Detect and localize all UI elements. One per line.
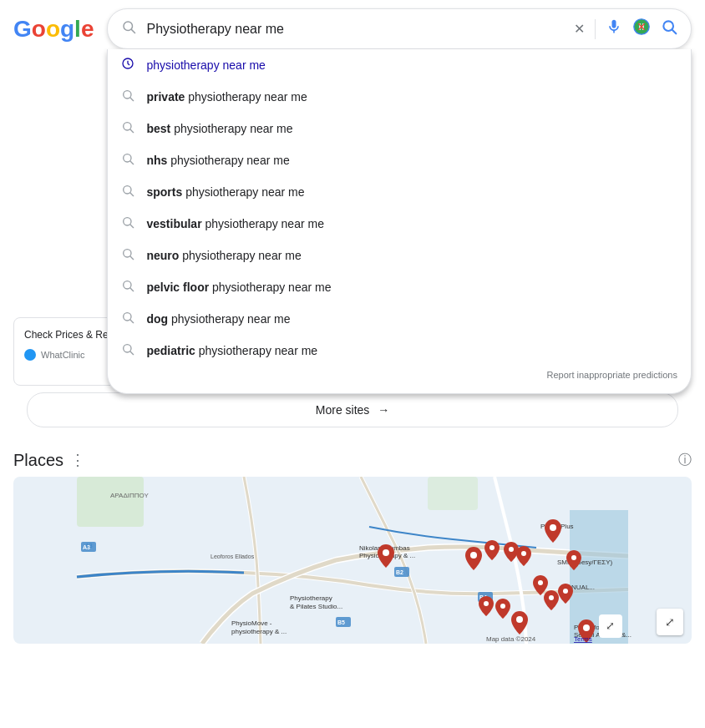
autocomplete-item-5[interactable]: vestibular physiotherapy near me: [108, 208, 691, 240]
logo-l: l: [74, 16, 81, 42]
map-expand-button[interactable]: ⤢: [657, 609, 683, 635]
svg-point-51: [470, 552, 477, 559]
svg-point-50: [383, 549, 389, 556]
svg-line-1: [132, 29, 135, 33]
logo-o1: o: [32, 16, 46, 42]
svg-line-13: [130, 193, 134, 196]
svg-text:physiotherapy & ...: physiotherapy & ...: [231, 628, 287, 635]
autocomplete-text-0: physiotherapy near me: [146, 58, 677, 72]
autocomplete-text-7: pelvic floor physiotherapy near me: [146, 281, 677, 294]
svg-text:B5: B5: [337, 619, 345, 625]
autocomplete-item-7[interactable]: pelvic floor physiotherapy near me: [108, 271, 691, 303]
google-logo: Google: [13, 16, 94, 43]
divider: [595, 19, 596, 39]
svg-text:& Pilates Studio...: & Pilates Studio...: [290, 603, 342, 610]
autocomplete-text-5: vestibular physiotherapy near me: [146, 217, 677, 230]
svg-point-60: [500, 604, 505, 609]
svg-text:ΑΡΑΔΙΠΠΟΥ: ΑΡΑΔΙΠΠΟΥ: [110, 492, 150, 499]
clear-icon[interactable]: ✕: [574, 21, 585, 37]
svg-text:B2: B2: [396, 569, 403, 575]
autocomplete-text-6: neuro physiotherapy near me: [146, 249, 677, 262]
svg-point-53: [509, 547, 514, 552]
logo-o2: o: [46, 16, 60, 42]
map-svg: ΑΡΑΔΙΠΠΟΥ Leoforos Ellados A3 A3 B2 B4 B…: [13, 477, 692, 644]
more-sites-label: More sites: [316, 403, 370, 417]
site-source-0: WhatClinic: [41, 350, 85, 360]
autocomplete-item-0[interactable]: physiotherapy near me: [108, 49, 691, 81]
places-info-icon[interactable]: ⓘ: [678, 452, 692, 469]
autocomplete-item-1[interactable]: private physiotherapy near me: [108, 81, 691, 113]
search-icon-3: [121, 152, 134, 169]
more-sites-button[interactable]: More sites →: [27, 392, 678, 427]
search-bar: ✕: [107, 8, 692, 49]
autocomplete-item-6[interactable]: neuro physiotherapy near me: [108, 240, 691, 271]
search-input[interactable]: [146, 22, 574, 37]
autocomplete-dropdown: physiotherapy near me private physiother…: [107, 49, 692, 394]
svg-text:SMR (Gesy/ΓΕΣΥ): SMR (Gesy/ΓΕΣΥ): [557, 559, 613, 566]
logo-e: e: [81, 16, 94, 42]
svg-point-62: [516, 616, 523, 623]
svg-rect-27: [428, 477, 478, 510]
map-container[interactable]: ΑΡΑΔΙΠΠΟΥ Leoforos Ellados A3 A3 B2 B4 B…: [13, 477, 692, 644]
report-predictions[interactable]: Report inappropriate predictions: [108, 367, 691, 387]
svg-point-54: [521, 551, 526, 556]
svg-point-57: [563, 589, 568, 594]
svg-line-17: [130, 256, 134, 260]
svg-line-21: [130, 320, 134, 323]
svg-line-19: [130, 288, 134, 291]
logo-g2: g: [60, 16, 74, 42]
svg-line-4: [672, 30, 677, 34]
svg-line-23: [130, 351, 134, 355]
search-icon-4: [121, 184, 134, 200]
svg-line-9: [130, 129, 134, 133]
svg-rect-26: [77, 477, 144, 527]
autocomplete-text-8: dog physiotherapy near me: [146, 312, 677, 326]
svg-point-52: [489, 545, 495, 550]
svg-line-15: [130, 225, 134, 228]
lens-icon[interactable]: [632, 18, 651, 40]
whatclinic-logo: [24, 349, 36, 361]
svg-text:⤢: ⤢: [606, 619, 615, 632]
search-icon-7: [121, 279, 134, 296]
more-sites-wrapper: More sites →: [13, 392, 692, 427]
autocomplete-item-8[interactable]: dog physiotherapy near me: [108, 303, 691, 335]
search-icon-1: [121, 88, 134, 105]
autocomplete-text-3: nhs physiotherapy near me: [146, 154, 677, 167]
svg-text:A3: A3: [83, 544, 90, 550]
search-icon-6: [121, 247, 134, 264]
autocomplete-text-9: pediatric physiotherapy near me: [146, 344, 677, 357]
search-icon-5: [121, 215, 134, 232]
svg-text:Map data ©2024: Map data ©2024: [486, 635, 536, 643]
mic-icon[interactable]: [606, 18, 622, 39]
svg-point-56: [571, 555, 576, 560]
autocomplete-text-4: sports physiotherapy near me: [146, 185, 677, 199]
svg-point-55: [550, 524, 556, 531]
svg-text:PhysioMove -: PhysioMove -: [231, 619, 272, 627]
svg-text:Leoforos Ellados: Leoforos Ellados: [210, 554, 255, 559]
places-title: Places: [13, 451, 63, 470]
search-button-icon[interactable]: [661, 18, 677, 39]
svg-line-7: [130, 98, 134, 101]
search-bar-icons: ✕: [574, 18, 677, 40]
autocomplete-item-4[interactable]: sports physiotherapy near me: [108, 176, 691, 208]
search-icon-8: [121, 311, 134, 327]
svg-line-11: [130, 161, 134, 164]
places-menu-dots[interactable]: ⋮: [70, 451, 85, 469]
svg-point-63: [583, 624, 590, 631]
places-header: Places ⋮ ⓘ: [0, 441, 705, 477]
svg-point-58: [538, 580, 543, 585]
more-sites-arrow: →: [378, 403, 389, 417]
svg-text:Physiotherapy: Physiotherapy: [290, 594, 332, 602]
logo-g1: G: [13, 16, 32, 42]
autocomplete-text-2: best physiotherapy near me: [146, 122, 677, 135]
autocomplete-item-9[interactable]: pediatric physiotherapy near me: [108, 335, 691, 367]
places-section: Places ⋮ ⓘ: [0, 441, 705, 644]
autocomplete-item-3[interactable]: nhs physiotherapy near me: [108, 144, 691, 176]
svg-text:Terms: Terms: [574, 635, 592, 643]
history-icon-0: [121, 57, 134, 73]
header: Google ✕: [0, 0, 705, 58]
search-icon-2: [121, 120, 134, 137]
search-icon-9: [121, 342, 134, 359]
autocomplete-item-2[interactable]: best physiotherapy near me: [108, 113, 691, 144]
search-bar-wrapper: ✕: [107, 8, 692, 49]
